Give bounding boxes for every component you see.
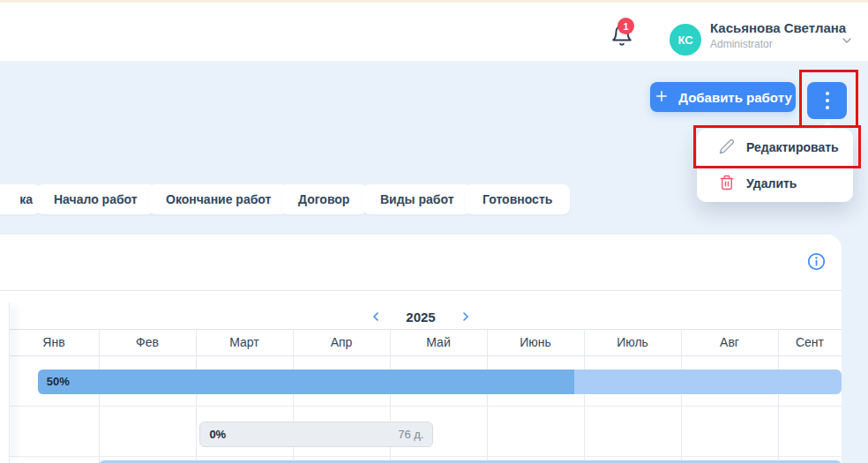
gantt-area: 2025 ЯнвФевМартАпрМайИюньИюльАвгСент50%0…: [0, 235, 842, 463]
grid-vline: [584, 329, 585, 463]
gantt-bar-duration-label: 76 д.: [398, 422, 423, 446]
filter-chip-start[interactable]: Начало работ: [36, 184, 155, 214]
grid-vline: [487, 329, 488, 463]
menu-item-delete-label: Удалить: [746, 176, 797, 190]
grid-vline: [99, 329, 100, 463]
menu-item-delete[interactable]: Удалить: [697, 166, 853, 202]
next-year-button[interactable]: [459, 310, 473, 324]
plus-icon: [654, 88, 670, 107]
gantt-bar-progress[interactable]: 50%: [38, 370, 842, 394]
add-work-label: Добавить работу: [678, 90, 791, 105]
menu-item-edit-label: Редактировать: [746, 140, 839, 154]
filter-chip-clipped[interactable]: ка: [0, 184, 41, 214]
screen: 1 КС Касьянова Светлана Administrator До…: [0, 0, 868, 463]
month-label: Фев: [99, 329, 196, 355]
app-bar: 1 КС Касьянова Светлана Administrator: [0, 3, 868, 62]
trash-icon: [719, 175, 735, 193]
gantt-bar-plain[interactable]: 0%76 д.: [199, 422, 433, 447]
month-label: Авг: [681, 329, 778, 355]
bell-icon: [610, 34, 633, 49]
month-label: Май: [390, 329, 487, 355]
avatar[interactable]: КС: [670, 24, 701, 56]
chevron-down-icon[interactable]: [840, 34, 854, 48]
add-work-button[interactable]: Добавить работу: [650, 82, 796, 112]
month-label: Июнь: [487, 329, 584, 355]
gantt-card: 2025 ЯнвФевМартАпрМайИюньИюльАвгСент50%0…: [0, 235, 842, 463]
kebab-dot: [826, 92, 829, 95]
grid-hline: [0, 329, 842, 330]
month-label: Янв: [9, 329, 99, 355]
month-label: Апр: [293, 329, 390, 355]
user-name: Касьянова Светлана: [710, 20, 846, 35]
grid-vline: [196, 329, 197, 463]
grid-hline: [0, 456, 842, 457]
kebab-dot: [826, 106, 829, 109]
scrolled-left-column-edge: [0, 302, 10, 463]
month-label: Июль: [584, 329, 681, 355]
year-label: 2025: [406, 310, 435, 325]
filter-chip-contract[interactable]: Договор: [281, 184, 367, 214]
gantt-bar-percent-label: 0%: [209, 422, 226, 446]
notifications-button[interactable]: 1: [610, 24, 635, 49]
filter-chip-end[interactable]: Окончание работ: [148, 184, 288, 214]
prev-year-button[interactable]: [369, 310, 383, 324]
kebab-dot: [826, 99, 829, 102]
gantt-bar-fill: [38, 370, 574, 394]
actions-dropdown: Редактировать Удалить: [697, 129, 853, 202]
filter-chip-worktypes[interactable]: Виды работ: [363, 184, 472, 214]
grid-hline: [0, 406, 842, 407]
notification-badge: 1: [617, 18, 634, 34]
pencil-icon: [719, 138, 735, 157]
more-actions-button[interactable]: [807, 82, 847, 119]
month-label: Сент: [778, 329, 842, 355]
year-navigation: 2025: [0, 304, 842, 329]
user-role: Administrator: [710, 38, 773, 50]
grid-vline: [778, 329, 779, 463]
month-label: Март: [196, 329, 293, 355]
grid-vline: [681, 329, 682, 463]
menu-item-edit[interactable]: Редактировать: [697, 130, 853, 166]
grid-hline: [0, 355, 842, 356]
filter-chip-readiness[interactable]: Готовность: [465, 184, 570, 214]
gantt-bar-percent-label: 50%: [47, 370, 70, 394]
